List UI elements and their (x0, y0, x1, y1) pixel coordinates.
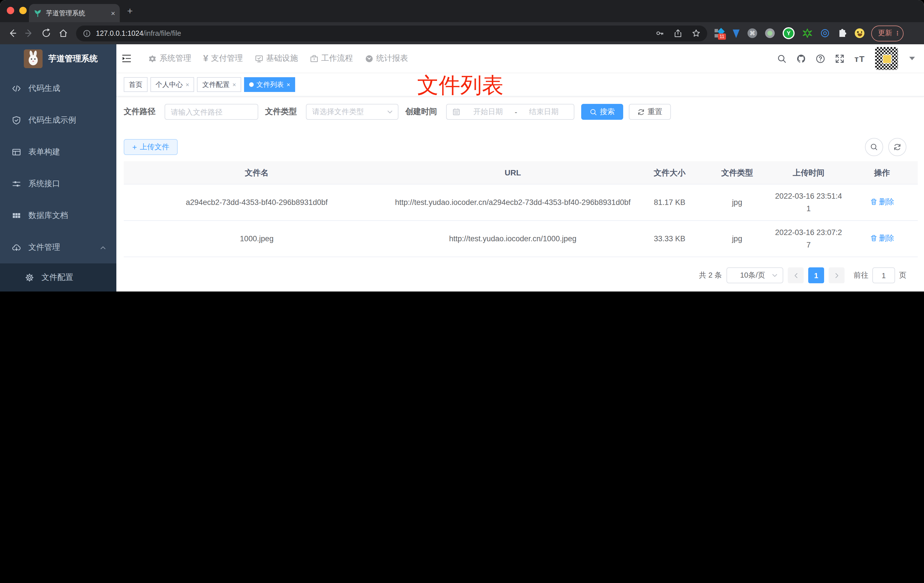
nav-item-reports[interactable]: 统计报表 (365, 53, 408, 64)
upload-file-button[interactable]: 上传文件 (124, 139, 178, 155)
browser-tab[interactable]: 芋道管理系统 (29, 4, 120, 22)
password-key-icon[interactable] (655, 29, 664, 38)
tag-close-icon[interactable] (287, 81, 290, 88)
file-type-select[interactable]: 请选择文件类型 (306, 104, 398, 120)
dashboard-icon (365, 54, 373, 63)
nav-item-workflow[interactable]: 工作流程 (310, 53, 353, 64)
extension-dot-icon[interactable] (765, 28, 775, 38)
tag-close-icon[interactable] (186, 81, 189, 88)
browser-menu-icon[interactable] (897, 31, 898, 36)
avatar-dropdown-caret[interactable] (909, 57, 915, 60)
address-bar[interactable]: 127.0.0.1:1024/infra/file/file (76, 25, 707, 41)
search-icon[interactable] (777, 54, 787, 63)
github-icon[interactable] (797, 54, 806, 63)
nav-item-label: 系统管理 (160, 53, 191, 64)
extension-y-icon[interactable] (783, 27, 795, 39)
extension-kite-icon[interactable] (733, 30, 739, 38)
sliders-icon (12, 179, 21, 188)
help-icon[interactable] (816, 54, 825, 63)
sidebar-item-code-generation[interactable]: 代码生成 (0, 73, 116, 104)
site-info-icon[interactable] (83, 29, 91, 37)
reload-button[interactable] (41, 28, 51, 38)
nav-item-system[interactable]: 系统管理 (148, 53, 191, 64)
sidebar-item-db-doc[interactable]: 数据库文档 (0, 200, 116, 231)
shield-check-icon (12, 116, 21, 125)
chevron-right-icon (833, 273, 840, 279)
window-close-button[interactable] (7, 7, 14, 14)
tag-file-config[interactable]: 文件配置 (197, 77, 241, 92)
end-date-placeholder[interactable]: 结束日期 (519, 107, 568, 117)
tag-close-icon[interactable] (233, 81, 236, 88)
nav-item-payment[interactable]: 支付管理 (203, 53, 243, 64)
new-tab-button[interactable] (127, 6, 133, 16)
refresh-table-button[interactable] (888, 138, 906, 156)
back-button[interactable] (7, 28, 17, 38)
page-size-select[interactable]: 10条/页 (726, 268, 783, 284)
sidebar-logo[interactable]: 芋道管理系统 (0, 44, 116, 73)
extension-star-icon[interactable] (802, 28, 812, 38)
sidebar-item-label: 数据库文档 (28, 211, 68, 221)
page-jump-input[interactable] (872, 268, 895, 284)
prev-page-button[interactable] (788, 268, 804, 284)
page-number-button[interactable]: 1 (808, 268, 824, 284)
url-text: 127.0.0.1:1024/infra/file/file (96, 29, 181, 37)
tag-file-list[interactable]: 文件列表 (244, 77, 295, 92)
chevron-down-icon (386, 109, 393, 115)
annotation-file-list: 文件列表 (417, 71, 503, 100)
tab-close-icon[interactable] (111, 9, 115, 17)
delete-button[interactable]: 删除 (870, 232, 894, 244)
sidebar-item-system-api[interactable]: 系统接口 (0, 168, 116, 200)
share-icon[interactable] (674, 29, 682, 38)
browser-update-button[interactable]: 更新 (871, 25, 904, 41)
avatar[interactable] (874, 46, 898, 70)
table-toolbar: 上传文件 (124, 138, 915, 156)
extension-grid-icon[interactable]: 11 (714, 28, 725, 38)
trash-icon (870, 235, 877, 242)
font-size-icon[interactable] (855, 54, 865, 63)
page-size-value: 10条/页 (734, 271, 771, 281)
sidebar-item-label: 系统接口 (28, 179, 60, 189)
file-table: 文件名 URL 文件大小 文件类型 上传时间 操作 a294ecb2-73dd-… (124, 161, 918, 258)
search-button[interactable]: 搜索 (581, 104, 623, 120)
date-range-picker[interactable]: 开始日期 - 结束日期 (446, 104, 574, 120)
sidebar-collapse-icon[interactable] (121, 53, 132, 64)
briefcase-icon (310, 54, 318, 63)
home-button[interactable] (58, 28, 68, 38)
nav-item-infrastructure[interactable]: 基础设施 (255, 53, 298, 64)
bookmark-star-icon[interactable] (692, 29, 700, 38)
emoji-extension-icon[interactable] (855, 28, 865, 38)
nav-item-label: 基础设施 (266, 53, 298, 64)
sidebar-item-form-builder[interactable]: 表单构建 (0, 136, 116, 168)
gear-icon (148, 54, 157, 63)
table-grid-icon (12, 211, 21, 220)
tag-profile[interactable]: 个人中心 (150, 77, 195, 92)
file-path-input[interactable] (165, 104, 258, 120)
delete-button[interactable]: 删除 (870, 196, 894, 208)
cell-url: http://test.yudao.iocoder.cn/1000.jpeg (389, 227, 636, 251)
column-header-filetype: 文件类型 (703, 166, 771, 179)
extension-eye-icon[interactable] (820, 28, 830, 38)
start-date-placeholder[interactable]: 开始日期 (464, 107, 513, 117)
extension-badge: 11 (718, 33, 726, 40)
tag-home[interactable]: 首页 (124, 77, 148, 92)
puzzle-piece-icon[interactable] (838, 29, 847, 38)
yen-icon (203, 54, 208, 63)
toggle-search-button[interactable] (865, 138, 883, 156)
monitor-check-icon (255, 54, 263, 63)
date-separator: - (513, 107, 520, 116)
browser-window: 芋道管理系统 127.0.0.1:1024/infra/file/file 11 (0, 0, 924, 292)
sidebar-item-file-management[interactable]: 文件管理 (0, 231, 116, 263)
reset-button[interactable]: 重置 (629, 104, 671, 120)
sidebar-item-label: 表单构建 (28, 147, 60, 157)
fullscreen-icon[interactable] (835, 54, 845, 63)
window-minimize-button[interactable] (19, 7, 27, 14)
forward-button[interactable] (25, 28, 34, 38)
next-page-button[interactable] (829, 268, 845, 284)
page-content: 文件路径 文件类型 请选择文件类型 创建时间 开始日期 - 结束日期 (116, 96, 924, 292)
sidebar-item-file-config[interactable]: 文件配置 (0, 263, 116, 292)
table-row: a294ecb2-73dd-4353-bf40-296b8931d0bf htt… (124, 185, 918, 221)
cell-uploadtime: 2022-03-16 23:51:41 (771, 185, 846, 220)
extension-command-icon[interactable] (747, 28, 757, 38)
sidebar-item-code-example[interactable]: 代码生成示例 (0, 104, 116, 136)
url-host: 127.0.0.1:1024 (96, 29, 143, 37)
